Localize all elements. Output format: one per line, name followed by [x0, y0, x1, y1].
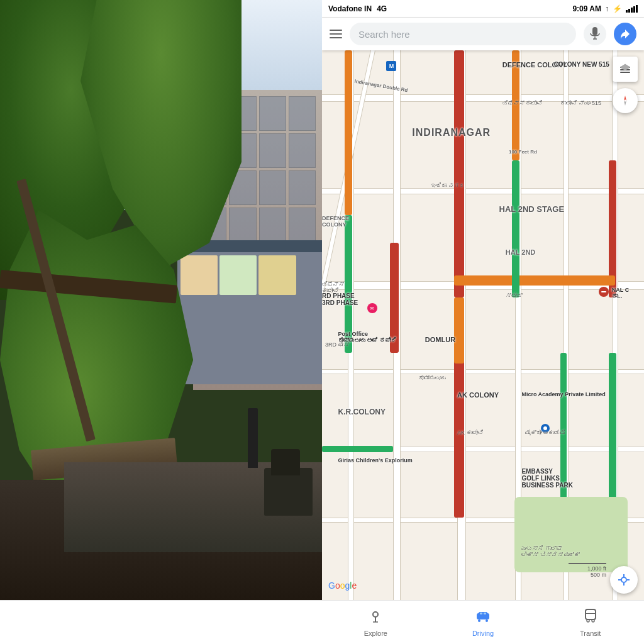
- post-office-label: Post Officeದೊಮ್ಮಲೂರು ಅಂಚೆ ಕಚೇರಿ: [338, 331, 396, 343]
- layers-button[interactable]: [613, 57, 638, 82]
- my-location-button[interactable]: [610, 566, 638, 594]
- road-h-2: [322, 188, 644, 194]
- person-silhouette: [248, 408, 257, 468]
- svg-point-14: [373, 612, 378, 617]
- shop-sign: [180, 255, 296, 295]
- carrier-text: Vodafone IN: [328, 4, 372, 13]
- google-logo: Google: [328, 580, 357, 591]
- map-area[interactable]: M ✉ INDIRANAGAR ಇಂದಿರಾ ನಗರ DEFENCE COLON…: [322, 50, 644, 600]
- micro-academy-kannada: ಮೈಕ್ರೋ ಅಕಾಡೆಮಿ: [525, 430, 566, 436]
- location-icon: ↑: [605, 4, 609, 13]
- indiranagar-kannada: ಇಂದಿರಾ ನಗರ: [431, 182, 465, 189]
- bottom-nav-right: Explore Driving: [322, 603, 644, 642]
- svg-rect-0: [592, 27, 597, 35]
- driving-label: Driving: [472, 630, 494, 637]
- svg-point-23: [587, 619, 589, 622]
- girias-label: Girias Children's Explorium: [338, 457, 413, 464]
- voice-search-button[interactable]: [584, 23, 606, 45]
- nal-c-label: NAL Cಕಾ...: [612, 287, 629, 299]
- nav-transit[interactable]: Transit: [536, 603, 644, 642]
- traffic-green-4: [609, 353, 616, 518]
- search-placeholder: Search here: [358, 29, 410, 40]
- status-left: Vodafone IN 4G: [328, 4, 387, 13]
- ak-colony-kannada: AK ಕಾಲೋನಿ: [457, 430, 484, 436]
- embassy-golf-kannada: ಎಂಬಸ್ಸಿ ಗಾಲ್ಫ್ಲಿಂಕ್ಸ್ ಬಿಸ್ನೆಸ್ ಪಾರ್ಕ್: [521, 545, 580, 558]
- hal-2nd-stage-label: HAL 2ND STAGE: [499, 204, 565, 214]
- embassy-golf-label: EMBASSYGOLF LINKSBUSINESS PARK: [521, 468, 573, 489]
- defence-colony-kannada: ಡಿಫೆನ್ಸ್ ಕಾಲೋನಿ: [502, 100, 543, 106]
- vehicle-silhouette: [264, 468, 313, 516]
- 3rd-phase-label: RD PHASE3RD PHASE: [322, 292, 358, 306]
- hal-2nd-label: HAL 2ND: [506, 248, 535, 256]
- search-bar: Search here: [322, 18, 644, 50]
- svg-rect-6: [620, 72, 630, 73]
- map-panel: Vodafone IN 4G 9:09 AM ↑ ⚡: [322, 0, 644, 600]
- scale-1000ft: 1,000 ft: [569, 565, 606, 572]
- driving-icon: [475, 608, 491, 627]
- metro-icon: M: [386, 61, 396, 71]
- traffic-orange-2: [345, 50, 352, 215]
- status-bar: Vodafone IN 4G 9:09 AM ↑ ⚡: [322, 0, 644, 18]
- defence-colony-left: DEFENCECOLONY: [322, 215, 349, 228]
- svg-marker-8: [624, 101, 626, 106]
- traffic-red-1: [454, 50, 464, 297]
- scale-bar: 1,000 ft 500 m: [569, 563, 606, 578]
- storefront: [177, 252, 322, 384]
- transit-icon: [583, 608, 598, 627]
- hal-stage-kannada: ಸ್ಟೇಜ್: [506, 292, 523, 299]
- svg-point-24: [592, 619, 594, 622]
- nav-explore[interactable]: Explore: [322, 603, 430, 642]
- photo-panel: [0, 0, 322, 600]
- photo-scene: [0, 0, 322, 600]
- bottom-nav-left: [0, 601, 322, 644]
- traffic-orange-h: [454, 275, 615, 286]
- svg-point-9: [621, 577, 626, 582]
- 100-feet-rd-label: 100 Feet Rd: [509, 149, 537, 155]
- traffic-orange-1: [454, 297, 464, 364]
- svg-rect-21: [586, 609, 596, 619]
- signal-bars: [626, 5, 638, 13]
- svg-rect-19: [480, 613, 482, 614]
- explore-icon: [368, 608, 383, 627]
- road-h-4: [322, 369, 644, 374]
- svg-point-16: [478, 619, 480, 622]
- explore-label: Explore: [364, 630, 387, 637]
- colony-515-label: COLONY NEW 515: [554, 61, 609, 68]
- micro-academy-label: Micro Academy Private Limited: [521, 391, 605, 397]
- transit-label: Transit: [580, 630, 601, 637]
- bottom-nav: Explore Driving: [0, 600, 644, 644]
- svg-point-17: [486, 619, 488, 622]
- compass-button[interactable]: [613, 88, 638, 113]
- status-right: 9:09 AM ↑ ⚡: [572, 4, 638, 13]
- scale-500m: 500 m: [569, 572, 606, 578]
- traffic-green-2: [512, 160, 519, 298]
- network-text: 4G: [377, 4, 387, 13]
- ak-colony-label: AK COLONY: [457, 391, 499, 399]
- nav-driving[interactable]: Driving: [430, 603, 537, 642]
- search-input-area[interactable]: Search here: [350, 23, 576, 45]
- indiranagar-label: INDIRANAGAR: [412, 127, 491, 138]
- traffic-green-h: [322, 446, 393, 452]
- svg-rect-22: [586, 613, 596, 614]
- time-text: 9:09 AM: [572, 4, 601, 13]
- domlur-kannada: ದೊಮ್ಮಲೂರು: [419, 375, 446, 381]
- colony-515-kannada: ಕಾಲೋನಿ ನ್ಯೂ 515: [560, 100, 601, 106]
- post-office-icon: ✉: [367, 303, 377, 313]
- domlur-label: DOMLUR: [425, 336, 455, 343]
- park-area: [514, 497, 628, 572]
- kr-colony-label: K.R.COLONY: [338, 408, 386, 416]
- hamburger-button[interactable]: [330, 30, 342, 38]
- bluetooth-icon: ⚡: [613, 4, 622, 13]
- directions-button[interactable]: [614, 23, 636, 45]
- svg-rect-20: [484, 613, 486, 614]
- svg-marker-7: [624, 96, 626, 101]
